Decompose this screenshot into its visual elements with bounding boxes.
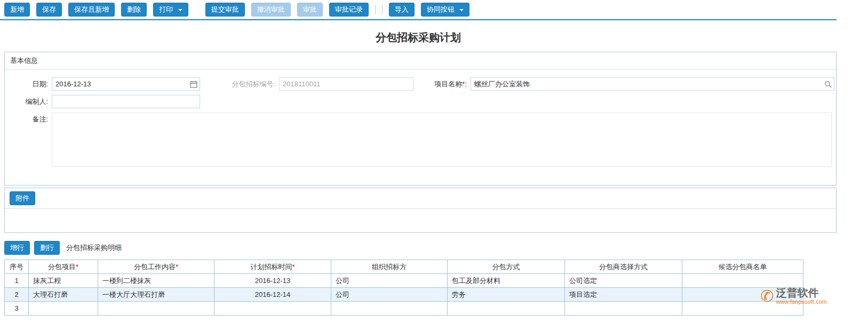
cell-organizer[interactable]: 公司 (331, 274, 448, 288)
new-button[interactable]: 新增 (4, 3, 30, 17)
attachment-panel: 附件 (4, 188, 837, 233)
cancel-approval-button: 撤消审批 (251, 3, 291, 17)
col-header-work-content: 分包工作内容* (98, 260, 214, 274)
attachment-list-area (5, 209, 836, 232)
cell-subcontract-item[interactable]: 大理石打磨 (29, 288, 98, 302)
col-header-subcontract-item: 分包项目* (29, 260, 98, 274)
delete-button[interactable]: 删除 (121, 3, 147, 17)
col-header-organizer: 组织招标方 (331, 260, 448, 274)
bid-no-input (279, 77, 413, 91)
col-header-candidate-list: 候选分包商名单 (682, 260, 803, 274)
chevron-down-icon (178, 9, 182, 11)
cell-work-content[interactable]: 一楼大厅大理石打磨 (98, 288, 214, 302)
cell-selection-method[interactable] (565, 302, 682, 316)
print-button-label: 打印 (159, 5, 173, 13)
top-toolbar: 新增 保存 保存且新增 删除 打印 提交审批 撤消审批 审批 审批记录 导入 协… (0, 0, 837, 20)
cell-candidate-list[interactable] (682, 274, 803, 288)
required-asterisk: * (176, 263, 178, 271)
detail-section-title: 分包招标采购明细 (66, 243, 122, 253)
col-header-label: 组织招标方 (372, 263, 407, 271)
col-header-label: 分包商选择方式 (599, 263, 648, 271)
chevron-down-icon (459, 9, 464, 11)
delete-row-button[interactable]: 删行 (34, 241, 60, 255)
attachment-button[interactable]: 附件 (10, 191, 35, 205)
project-field-wrap (471, 77, 834, 91)
cell-selection-method[interactable]: 公司选定 (565, 274, 682, 288)
detail-table: 序号 分包项目* 分包工作内容* 计划招标时间* 组织招标方 分包方式 分包商选… (4, 260, 803, 316)
table-row[interactable]: 2 大理石打磨 一楼大厅大理石打磨 2016-12-14 公司 劳务 项目选定 (5, 288, 803, 302)
detail-table-header-row: 序号 分包项目* 分包工作内容* 计划招标时间* 组织招标方 分包方式 分包商选… (5, 260, 803, 274)
col-header-label: 分包工作内容 (134, 263, 176, 271)
fanpu-url: www.fanpusoft.com (776, 298, 827, 305)
cell-seq: 2 (5, 288, 29, 302)
required-asterisk: * (76, 263, 78, 271)
project-name-input[interactable] (471, 77, 834, 91)
save-and-new-button[interactable]: 保存且新增 (68, 3, 115, 17)
date-input[interactable] (52, 77, 200, 91)
cell-work-content[interactable] (98, 302, 214, 316)
approval-record-button[interactable]: 审批记录 (329, 3, 369, 17)
basic-info-panel: 基本信息 日期: 分包招标编号: 项目名称*: (4, 52, 837, 185)
cell-work-content[interactable]: 一楼到二楼抹灰 (98, 274, 214, 288)
collaboration-button-label: 协同按钮 (427, 5, 455, 13)
cell-subcontract-item[interactable]: 抹灰工程 (29, 274, 98, 288)
label-colon: : (465, 80, 467, 88)
fanpu-watermark: ✆ 泛普软件 www.fanpusoft.com (760, 287, 827, 305)
form-row-3: 备注: (5, 112, 836, 167)
col-header-label: 序号 (10, 263, 23, 271)
cell-organizer[interactable]: 公司 (331, 288, 448, 302)
compiler-label: 编制人: (5, 97, 52, 107)
detail-toolbar: 增行 删行 分包招标采购明细 (4, 241, 864, 255)
toolbar-separator (375, 5, 376, 14)
cell-seq: 3 (5, 302, 29, 316)
approve-button: 审批 (297, 3, 323, 17)
col-header-planned-bid-time: 计划招标时间* (214, 260, 331, 274)
cell-subcontract-method[interactable]: 包工及部分材料 (448, 274, 565, 288)
form-row-2: 编制人: (5, 95, 836, 108)
cell-subcontract-method[interactable]: 劳务 (448, 288, 565, 302)
collaboration-button[interactable]: 协同按钮 (421, 3, 470, 17)
date-field-wrap (52, 77, 200, 91)
search-icon[interactable] (824, 80, 832, 88)
col-header-label: 计划招标时间 (250, 263, 292, 271)
fanpu-logo-text: 泛普软件 www.fanpusoft.com (776, 287, 827, 305)
col-header-label: 分包方式 (492, 263, 520, 271)
fanpu-logo-icon: ✆ (760, 288, 774, 304)
print-button[interactable]: 打印 (153, 3, 188, 17)
date-label: 日期: (5, 79, 52, 89)
cell-selection-method[interactable]: 项目选定 (565, 288, 682, 302)
submit-approval-button[interactable]: 提交审批 (205, 3, 245, 17)
basic-info-section-title: 基本信息 (5, 52, 836, 70)
table-row[interactable]: 3 (5, 302, 803, 316)
cell-organizer[interactable] (331, 302, 448, 316)
basic-info-body: 日期: 分包招标编号: 项目名称*: (5, 70, 836, 185)
compiler-field-wrap (52, 95, 200, 108)
save-button[interactable]: 保存 (36, 3, 62, 17)
project-name-label: 项目名称*: (420, 79, 471, 89)
cell-seq: 1 (5, 274, 29, 288)
form-row-1: 日期: 分包招标编号: 项目名称*: (5, 77, 836, 91)
cell-subcontract-item[interactable] (29, 302, 98, 316)
compiler-input[interactable] (52, 95, 200, 108)
required-asterisk: * (292, 263, 294, 271)
col-header-label: 候选分包商名单 (719, 263, 767, 271)
bid-no-label: 分包招标编号: (215, 79, 279, 89)
fanpu-brand: 泛普软件 (776, 287, 827, 298)
cell-planned-bid-time[interactable]: 2016-12-14 (214, 288, 331, 302)
attachment-header: 附件 (5, 188, 836, 209)
cell-subcontract-method[interactable] (448, 302, 565, 316)
page-title: 分包招标采购计划 (0, 20, 837, 52)
cell-planned-bid-time[interactable]: 2016-12-13 (214, 274, 331, 288)
col-header-label: 分包项目 (48, 263, 76, 271)
calendar-icon[interactable] (189, 80, 197, 88)
col-header-subcontract-method: 分包方式 (448, 260, 565, 274)
col-header-selection-method: 分包商选择方式 (565, 260, 682, 274)
add-row-button[interactable]: 增行 (4, 241, 30, 255)
import-button[interactable]: 导入 (389, 3, 415, 17)
table-row[interactable]: 1 抹灰工程 一楼到二楼抹灰 2016-12-13 公司 包工及部分材料 公司选… (5, 274, 803, 288)
cell-planned-bid-time[interactable] (214, 302, 331, 316)
project-name-label-text: 项目名称 (434, 80, 462, 88)
remark-label: 备注: (5, 112, 52, 124)
remark-textarea[interactable] (52, 112, 832, 167)
col-header-seq: 序号 (5, 260, 29, 274)
